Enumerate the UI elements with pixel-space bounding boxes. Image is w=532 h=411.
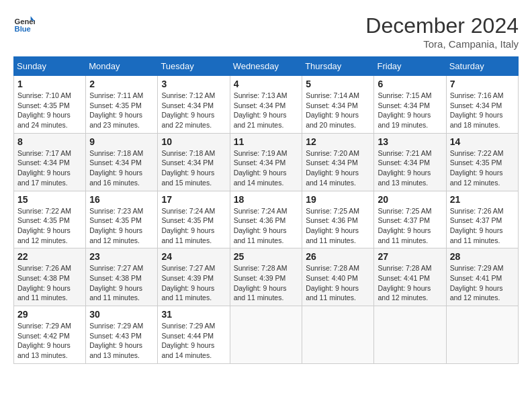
day-info: Sunrise: 7:28 AMSunset: 4:41 PMDaylight:…	[378, 263, 442, 303]
day-number: 12	[306, 136, 370, 147]
day-cell: 21 Sunrise: 7:26 AMSunset: 4:37 PMDaylig…	[446, 191, 518, 248]
day-number: 29	[17, 309, 82, 320]
day-cell: 9 Sunrise: 7:18 AMSunset: 4:34 PMDayligh…	[86, 133, 158, 191]
day-number: 25	[234, 251, 299, 262]
day-info: Sunrise: 7:27 AMSunset: 4:39 PMDaylight:…	[161, 263, 226, 303]
col-wednesday: Wednesday	[230, 57, 302, 76]
day-info: Sunrise: 7:12 AMSunset: 4:34 PMDaylight:…	[161, 91, 226, 130]
calendar-row: 22 Sunrise: 7:26 AMSunset: 4:38 PMDaylig…	[14, 248, 519, 306]
day-info: Sunrise: 7:21 AMSunset: 4:34 PMDaylight:…	[378, 148, 442, 188]
location: Tora, Campania, Italy	[365, 38, 519, 50]
day-info: Sunrise: 7:29 AMSunset: 4:42 PMDaylight:…	[17, 321, 82, 361]
day-number: 14	[450, 136, 515, 147]
day-info: Sunrise: 7:28 AMSunset: 4:40 PMDaylight:…	[306, 263, 370, 303]
calendar-row: 8 Sunrise: 7:17 AMSunset: 4:34 PMDayligh…	[14, 133, 519, 191]
svg-text:Blue: Blue	[15, 25, 31, 33]
day-cell: 22 Sunrise: 7:26 AMSunset: 4:38 PMDaylig…	[14, 248, 86, 306]
day-number: 17	[161, 194, 226, 205]
day-cell: 15 Sunrise: 7:22 AMSunset: 4:35 PMDaylig…	[14, 191, 86, 248]
day-info: Sunrise: 7:10 AMSunset: 4:35 PMDaylight:…	[17, 91, 82, 130]
calendar-table: Sunday Monday Tuesday Wednesday Thursday…	[13, 56, 519, 364]
day-info: Sunrise: 7:22 AMSunset: 4:35 PMDaylight:…	[17, 206, 82, 246]
day-info: Sunrise: 7:26 AMSunset: 4:37 PMDaylight:…	[450, 206, 515, 246]
day-cell: 16 Sunrise: 7:23 AMSunset: 4:35 PMDaylig…	[86, 191, 158, 248]
day-cell: 3 Sunrise: 7:12 AMSunset: 4:34 PMDayligh…	[158, 76, 230, 134]
day-cell: 28 Sunrise: 7:29 AMSunset: 4:41 PMDaylig…	[446, 248, 518, 306]
logo-icon: General Blue	[13, 13, 35, 35]
day-info: Sunrise: 7:29 AMSunset: 4:41 PMDaylight:…	[450, 263, 515, 303]
day-number: 24	[161, 251, 226, 262]
day-number: 4	[234, 79, 299, 89]
day-number: 18	[234, 194, 299, 205]
day-number: 15	[17, 194, 82, 205]
day-cell: 27 Sunrise: 7:28 AMSunset: 4:41 PMDaylig…	[374, 248, 446, 306]
day-info: Sunrise: 7:11 AMSunset: 4:35 PMDaylight:…	[89, 91, 154, 130]
day-cell: 29 Sunrise: 7:29 AMSunset: 4:42 PMDaylig…	[14, 306, 86, 364]
day-number: 9	[89, 136, 154, 147]
day-info: Sunrise: 7:27 AMSunset: 4:38 PMDaylight:…	[89, 263, 154, 303]
day-info: Sunrise: 7:24 AMSunset: 4:35 PMDaylight:…	[161, 206, 226, 246]
day-info: Sunrise: 7:19 AMSunset: 4:34 PMDaylight:…	[234, 148, 299, 188]
calendar-row: 29 Sunrise: 7:29 AMSunset: 4:42 PMDaylig…	[14, 306, 519, 364]
day-info: Sunrise: 7:20 AMSunset: 4:34 PMDaylight:…	[306, 148, 370, 188]
day-cell: 31 Sunrise: 7:29 AMSunset: 4:44 PMDaylig…	[158, 306, 230, 364]
empty-cell	[374, 306, 446, 364]
empty-cell	[446, 306, 518, 364]
calendar-row: 1 Sunrise: 7:10 AMSunset: 4:35 PMDayligh…	[14, 76, 519, 134]
day-info: Sunrise: 7:28 AMSunset: 4:39 PMDaylight:…	[234, 263, 299, 303]
day-cell: 17 Sunrise: 7:24 AMSunset: 4:35 PMDaylig…	[158, 191, 230, 248]
day-number: 31	[161, 309, 226, 320]
day-cell: 2 Sunrise: 7:11 AMSunset: 4:35 PMDayligh…	[86, 76, 158, 134]
day-number: 23	[89, 251, 154, 262]
month-title: December 2024	[365, 13, 519, 38]
day-info: Sunrise: 7:24 AMSunset: 4:36 PMDaylight:…	[234, 206, 299, 246]
day-number: 30	[89, 309, 154, 320]
day-cell: 8 Sunrise: 7:17 AMSunset: 4:34 PMDayligh…	[14, 133, 86, 191]
day-cell: 14 Sunrise: 7:22 AMSunset: 4:35 PMDaylig…	[446, 133, 518, 191]
day-info: Sunrise: 7:22 AMSunset: 4:35 PMDaylight:…	[450, 148, 515, 188]
day-number: 16	[89, 194, 154, 205]
empty-cell	[302, 306, 374, 364]
title-block: December 2024 Tora, Campania, Italy	[365, 13, 519, 50]
day-cell: 1 Sunrise: 7:10 AMSunset: 4:35 PMDayligh…	[14, 76, 86, 134]
day-info: Sunrise: 7:16 AMSunset: 4:34 PMDaylight:…	[450, 91, 515, 130]
day-number: 26	[306, 251, 370, 262]
day-info: Sunrise: 7:23 AMSunset: 4:35 PMDaylight:…	[89, 206, 154, 246]
day-info: Sunrise: 7:29 AMSunset: 4:44 PMDaylight:…	[161, 321, 226, 361]
calendar-row: 15 Sunrise: 7:22 AMSunset: 4:35 PMDaylig…	[14, 191, 519, 248]
day-info: Sunrise: 7:13 AMSunset: 4:34 PMDaylight:…	[234, 91, 299, 130]
day-number: 20	[378, 194, 442, 205]
day-cell: 23 Sunrise: 7:27 AMSunset: 4:38 PMDaylig…	[86, 248, 158, 306]
day-info: Sunrise: 7:18 AMSunset: 4:34 PMDaylight:…	[161, 148, 226, 188]
header-row: Sunday Monday Tuesday Wednesday Thursday…	[14, 57, 519, 76]
day-cell: 6 Sunrise: 7:15 AMSunset: 4:34 PMDayligh…	[374, 76, 446, 134]
logo: General Blue	[13, 13, 35, 35]
day-cell: 18 Sunrise: 7:24 AMSunset: 4:36 PMDaylig…	[230, 191, 302, 248]
day-number: 8	[17, 136, 82, 147]
day-number: 21	[450, 194, 515, 205]
col-friday: Friday	[374, 57, 446, 76]
day-number: 5	[306, 79, 370, 89]
page-header: General Blue December 2024 Tora, Campani…	[13, 13, 519, 50]
day-number: 7	[450, 79, 515, 89]
day-number: 11	[234, 136, 299, 147]
day-info: Sunrise: 7:14 AMSunset: 4:34 PMDaylight:…	[306, 91, 370, 130]
day-cell: 30 Sunrise: 7:29 AMSunset: 4:43 PMDaylig…	[86, 306, 158, 364]
day-cell: 5 Sunrise: 7:14 AMSunset: 4:34 PMDayligh…	[302, 76, 374, 134]
day-number: 6	[378, 79, 442, 89]
day-cell: 20 Sunrise: 7:25 AMSunset: 4:37 PMDaylig…	[374, 191, 446, 248]
empty-cell	[230, 306, 302, 364]
col-monday: Monday	[86, 57, 158, 76]
day-number: 19	[306, 194, 370, 205]
day-info: Sunrise: 7:25 AMSunset: 4:36 PMDaylight:…	[306, 206, 370, 246]
day-info: Sunrise: 7:18 AMSunset: 4:34 PMDaylight:…	[89, 148, 154, 188]
day-cell: 10 Sunrise: 7:18 AMSunset: 4:34 PMDaylig…	[158, 133, 230, 191]
day-info: Sunrise: 7:25 AMSunset: 4:37 PMDaylight:…	[378, 206, 442, 246]
day-number: 3	[161, 79, 226, 89]
day-cell: 12 Sunrise: 7:20 AMSunset: 4:34 PMDaylig…	[302, 133, 374, 191]
day-number: 2	[89, 79, 154, 89]
day-info: Sunrise: 7:15 AMSunset: 4:34 PMDaylight:…	[378, 91, 442, 130]
day-info: Sunrise: 7:17 AMSunset: 4:34 PMDaylight:…	[17, 148, 82, 188]
day-info: Sunrise: 7:26 AMSunset: 4:38 PMDaylight:…	[17, 263, 82, 303]
col-tuesday: Tuesday	[158, 57, 230, 76]
